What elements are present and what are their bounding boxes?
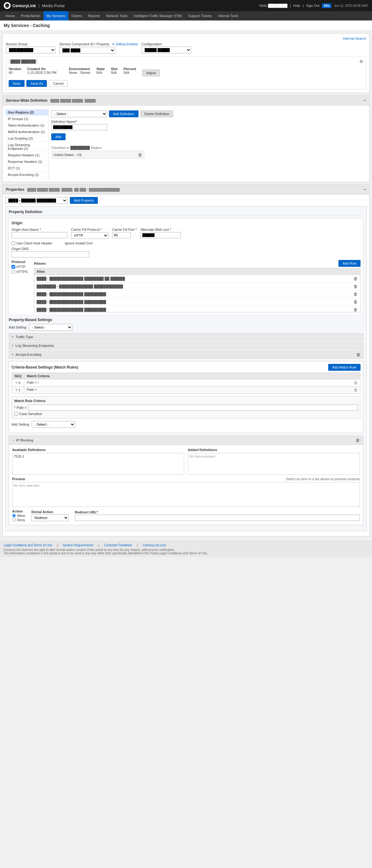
- match-row-1-expand[interactable]: +: [16, 388, 18, 392]
- system-link[interactable]: System Requirements: [63, 544, 93, 547]
- denial-action-select[interactable]: Redirect Block Custom: [31, 514, 68, 521]
- http-checkbox[interactable]: [11, 265, 15, 269]
- alias-delete-1[interactable]: 🗑: [353, 284, 358, 289]
- sidebar-item-lua-scripting[interactable]: Lua Scripting (2): [5, 135, 49, 142]
- sidebar-item-ip-groups[interactable]: IP Groups (1): [5, 116, 49, 122]
- geo-definition-select[interactable]: - Select -: [51, 111, 107, 117]
- feedback-link[interactable]: Customer Feedback: [104, 544, 132, 547]
- gear-icon[interactable]: ⚙: [359, 59, 363, 64]
- properties-header[interactable]: Properties ████ █████ █████, █████, ██ █…: [2, 185, 370, 194]
- sidebar-item-response-headers[interactable]: Response Headers (1): [5, 158, 49, 165]
- allow-radio[interactable]: [12, 514, 16, 518]
- origin-dns-label: Origin DNS: [11, 247, 29, 251]
- nav-portal-admin[interactable]: Portal Admin: [18, 11, 43, 21]
- criteria-add-setting-select[interactable]: - Select -: [32, 421, 75, 428]
- version-value: 40: [9, 71, 21, 74]
- sidebar-item-log-streaming[interactable]: Log Streaming Endpoints (2): [5, 142, 49, 152]
- footer-disclaimer: CenturyLink reserves the right to alter …: [4, 548, 368, 552]
- add-property-btn[interactable]: Add Property: [70, 197, 98, 204]
- country-row: United States - US 🗑: [51, 151, 144, 159]
- alias-delete-0[interactable]: 🗑: [353, 276, 358, 281]
- alias-delete-3[interactable]: 🗑: [353, 299, 358, 304]
- alias-delete-2[interactable]: 🗑: [353, 291, 358, 297]
- legal-link[interactable]: Legal Conditions and Terms of Use: [4, 544, 52, 547]
- def-row: Definition Name* Add Countries in ██████…: [51, 120, 364, 159]
- properties-collapse[interactable]: −: [363, 187, 366, 192]
- nav-network-tools[interactable]: Network Tools: [103, 11, 131, 21]
- sidebar-item-dct[interactable]: DCT (1): [5, 165, 49, 172]
- accept-encoding-group: + Accept-Encoding 🗑: [9, 350, 363, 359]
- origin-dns-input[interactable]: [11, 251, 89, 257]
- match-delete-1[interactable]: 🗑: [354, 388, 358, 392]
- match-seq-1: + 1: [12, 386, 24, 394]
- cancel-btn[interactable]: Cancel: [49, 80, 67, 87]
- ip-preview-hint: Select an item in a list above to previe…: [286, 477, 360, 481]
- add-definition-btn[interactable]: Add Definition: [109, 111, 139, 117]
- match-row-0-expand[interactable]: +: [16, 381, 18, 385]
- service-wide-collapse[interactable]: −: [363, 98, 366, 103]
- internal-search-link[interactable]: Internal Search: [343, 37, 366, 40]
- alternate-web-root-input[interactable]: [140, 232, 181, 238]
- cache-fill-port-input[interactable]: [112, 232, 131, 238]
- origin-host-name-label: Origin Host Name *: [11, 228, 67, 231]
- property-select[interactable]: ████ • ██████ ████████: [5, 197, 67, 204]
- match-rules-title: Criteria-Based Settings (Match Rules): [11, 365, 78, 370]
- use-client-host-checkbox[interactable]: [11, 241, 15, 245]
- available-defs-list[interactable]: 7520-1: [12, 453, 184, 475]
- cache-fill-protocol-select[interactable]: HTTP HTTPS: [71, 232, 108, 239]
- nav-support-tickets[interactable]: Support Tickets: [185, 11, 215, 21]
- def-name-input[interactable]: [51, 124, 107, 130]
- sidebar-item-accept-encoding[interactable]: Accept-Encoding (1): [5, 172, 49, 178]
- configuration-select[interactable]: █████ █████: [142, 46, 191, 53]
- save-as-btn[interactable]: Save As: [26, 80, 47, 87]
- ip-block-header[interactable]: − IP Blocking 🗑: [9, 436, 363, 445]
- https-checkbox[interactable]: [11, 270, 15, 274]
- denial-action-col: Denial Action Redirect Block Custom: [31, 510, 68, 521]
- log-streaming-header[interactable]: + Log Streaming Endpoints: [9, 342, 363, 349]
- sidebar-item-token-auth[interactable]: Token Authentication (1): [5, 122, 49, 129]
- nav-reports[interactable]: Reports: [85, 11, 103, 21]
- alias-delete-4[interactable]: 🗑: [353, 307, 358, 312]
- match-row-1: + 1 Path = 🗑: [12, 386, 361, 394]
- origin-title: Origin: [11, 221, 361, 225]
- add-row-btn[interactable]: Add Row: [339, 260, 361, 267]
- property-definition: Property Definition Origin Origin Host N…: [5, 206, 367, 531]
- match-delete-0[interactable]: 🗑: [354, 381, 358, 385]
- nav-internal-tools[interactable]: Internal Tools: [215, 11, 241, 21]
- nav-orders[interactable]: Orders: [68, 11, 85, 21]
- signout-link[interactable]: Sign Out: [306, 4, 319, 7]
- ip-block-delete-icon[interactable]: 🗑: [355, 438, 360, 443]
- accept-encoding-delete-icon[interactable]: 🗑: [356, 352, 361, 357]
- pbs-add-setting-select[interactable]: - Select -: [29, 324, 73, 331]
- nav-my-services[interactable]: My Services: [44, 11, 68, 21]
- sidebar-item-request-headers[interactable]: Request Headers (1): [5, 152, 49, 158]
- help-link[interactable]: Help: [293, 4, 300, 7]
- nav-itm[interactable]: Intelligent Traffic Manager (ITM): [131, 11, 185, 21]
- redirect-url-input[interactable]: [75, 515, 360, 521]
- service-wide-header[interactable]: Service-Wide Definition ████ █████ █████…: [2, 96, 370, 105]
- alias-row-0: ████ • ██████████████ ████████ ██ ██████…: [34, 275, 360, 283]
- accept-encoding-header[interactable]: + Accept-Encoding 🗑: [9, 351, 363, 358]
- portal-separator: |: [38, 3, 39, 8]
- centurylink-link[interactable]: CenturyLink.com: [143, 544, 166, 547]
- mrc-path-input[interactable]: [28, 405, 358, 411]
- delete-country-icon[interactable]: 🗑: [138, 152, 142, 157]
- delete-definition-btn[interactable]: Delete Definition: [140, 111, 174, 117]
- traffic-type-header[interactable]: + Traffic Type: [9, 334, 363, 340]
- adjust-btn[interactable]: Adjust: [142, 69, 160, 76]
- case-sensitive-checkbox[interactable]: [14, 412, 18, 416]
- added-defs-list[interactable]: No items present: [188, 453, 360, 475]
- service-component-select[interactable]: ███ ████: [59, 47, 115, 54]
- sidebar-item-geo-regions[interactable]: Geo Regions (2): [5, 109, 49, 116]
- redirect-url-col: Redirect URL*: [75, 510, 360, 521]
- save-btn[interactable]: Save: [9, 80, 25, 87]
- access-group-select[interactable]: ██████████: [6, 46, 56, 53]
- add-btn[interactable]: Add: [51, 133, 65, 140]
- sidebar-item-aws4-auth[interactable]: AWS4 Authentication (1): [5, 129, 49, 135]
- protocol-col: Protocol HTTP HTTPS: [11, 260, 28, 310]
- added-defs-label: Added Definitions: [188, 448, 360, 452]
- deny-radio[interactable]: [12, 518, 16, 522]
- origin-host-name-input[interactable]: [11, 232, 67, 238]
- add-match-rule-btn[interactable]: Add Match Rule: [328, 364, 361, 371]
- nav-home[interactable]: Home: [2, 11, 18, 21]
